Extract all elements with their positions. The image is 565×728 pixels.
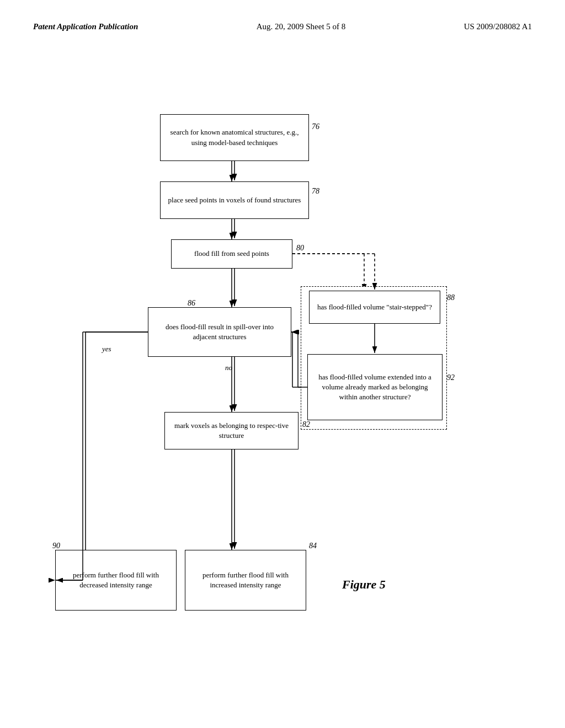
label-86: 86 bbox=[188, 299, 195, 308]
box-84: perform further flood fill with increase… bbox=[185, 550, 306, 611]
box-88: has flood-filled volume "stair-stepped"? bbox=[309, 291, 440, 324]
label-78: 78 bbox=[312, 187, 319, 196]
box-78-text: place seed points in voxels of found str… bbox=[168, 195, 301, 205]
box-82-text: mark voxels as belonging to respec-tive … bbox=[169, 421, 294, 441]
box-90: perform further flood fill with decrease… bbox=[55, 550, 177, 611]
label-76: 76 bbox=[312, 122, 319, 131]
box-90-text: perform further flood fill with decrease… bbox=[60, 570, 172, 590]
box-80-text: flood fill from seed points bbox=[194, 249, 269, 259]
label-90: 90 bbox=[52, 542, 60, 550]
figure-label: Figure 5 bbox=[342, 577, 386, 592]
label-80: 80 bbox=[296, 244, 304, 253]
box-82: mark voxels as belonging to respec-tive … bbox=[164, 412, 299, 449]
box-78: place seed points in voxels of found str… bbox=[160, 181, 309, 219]
box-92-text: has flood-filled volume extended into a … bbox=[312, 372, 438, 403]
box-76-text: search for known anatomical structures, … bbox=[165, 127, 304, 147]
box-88-text: has flood-filled volume "stair-stepped"? bbox=[317, 302, 432, 312]
box-86: does flood-fill result in spill-over int… bbox=[148, 307, 291, 357]
label-92: 92 bbox=[447, 373, 455, 382]
box-80: flood fill from seed points bbox=[171, 239, 292, 269]
box-76: search for known anatomical structures, … bbox=[160, 114, 309, 161]
label-82: 82 bbox=[302, 420, 310, 429]
box-92: has flood-filled volume extended into a … bbox=[307, 354, 443, 420]
header: Patent Application Publication Aug. 20, … bbox=[0, 0, 565, 37]
label-84: 84 bbox=[309, 542, 317, 550]
no-label: no bbox=[225, 363, 232, 372]
yes-label: yes bbox=[102, 345, 111, 354]
label-88: 88 bbox=[447, 293, 455, 302]
box-84-text: perform further flood fill with increase… bbox=[190, 570, 301, 590]
header-left: Patent Application Publication bbox=[33, 22, 138, 31]
diagram-area: search for known anatomical structures, … bbox=[0, 37, 565, 699]
page: Patent Application Publication Aug. 20, … bbox=[0, 0, 565, 728]
header-center: Aug. 20, 2009 Sheet 5 of 8 bbox=[257, 22, 346, 31]
box-86-text: does flood-fill result in spill-over int… bbox=[153, 322, 286, 342]
header-right: US 2009/208082 A1 bbox=[464, 22, 532, 31]
